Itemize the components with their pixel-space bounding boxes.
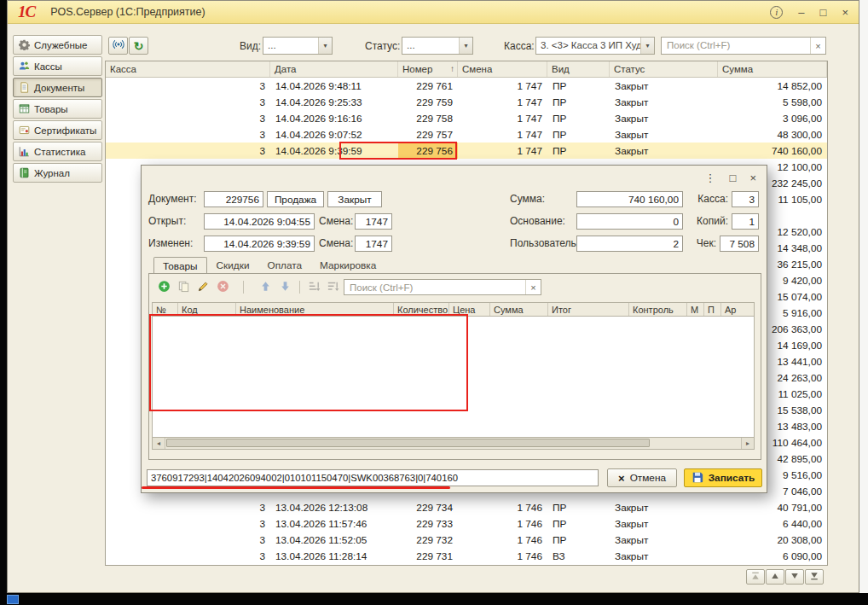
cell-type[interactable]: ВЗ — [547, 548, 610, 564]
operation-type-field[interactable] — [267, 191, 324, 207]
tab-markirovka[interactable]: Маркировка — [311, 257, 385, 274]
chevron-down-icon[interactable]: ▾ — [459, 38, 472, 54]
cell-shift[interactable]: 1 746 — [458, 548, 547, 564]
cell-shift[interactable]: 1 746 — [458, 532, 547, 548]
status-combo[interactable]: ... ▾ — [402, 37, 473, 55]
barcode-input[interactable] — [147, 469, 599, 486]
table-row[interactable]: 313.04.2026 12:13:08229 7341 746ПРЗакрыт… — [106, 499, 827, 515]
minimize-button[interactable]: – — [798, 7, 804, 18]
cell-date[interactable]: 13.04.2026 11:28:14 — [270, 548, 398, 564]
cell-type[interactable]: ПР — [547, 143, 610, 159]
items-column-header[interactable]: Сумма — [490, 303, 548, 316]
cell-type[interactable]: ПР — [547, 126, 610, 143]
sidebar-item-sluzhebnye[interactable]: Служебные — [13, 35, 102, 55]
cell-shift[interactable]: 1 747 — [458, 110, 547, 126]
column-header[interactable]: Номер↑ — [398, 61, 458, 77]
cell-date[interactable]: 14.04.2026 9:07:52 — [270, 126, 398, 143]
clear-search-icon[interactable]: × — [810, 38, 825, 54]
cell-shift[interactable]: 1 746 — [458, 499, 547, 515]
items-column-header[interactable]: М — [687, 303, 704, 316]
cell-shift[interactable]: 1 747 — [458, 94, 547, 110]
sidebar-item-statistika[interactable]: Статистика — [13, 142, 102, 161]
sidebar-item-tovary[interactable]: Товары — [13, 99, 102, 119]
items-horizontal-scrollbar[interactable]: ◂ ▸ — [152, 438, 755, 450]
cell-number[interactable]: 229 734 — [398, 499, 458, 515]
cell-type[interactable]: ПР — [547, 78, 610, 94]
table-row[interactable]: 314.04.2026 9:07:52229 7571 747ПРЗакрыт4… — [106, 126, 827, 143]
user-field[interactable] — [576, 236, 683, 252]
cell-type[interactable]: ПР — [547, 110, 610, 126]
cell-sum[interactable]: 6 440,00 — [718, 515, 827, 532]
cell-kassa[interactable]: 3 — [106, 515, 270, 532]
cell-status[interactable]: Закрыт — [610, 548, 718, 564]
items-column-header[interactable]: Количество — [394, 303, 449, 316]
cell-kassa[interactable]: 3 — [106, 499, 270, 515]
chevron-down-icon[interactable]: ▾ — [318, 38, 332, 54]
cell-sum[interactable]: 40 791,00 — [718, 499, 827, 515]
close-button[interactable]: × — [842, 7, 848, 18]
table-row[interactable]: 314.04.2026 9:16:16229 7581 747ПРЗакрыт3… — [106, 110, 827, 126]
shift1-field[interactable] — [355, 213, 392, 230]
cell-kassa[interactable]: 3 — [106, 143, 270, 159]
cell-kassa[interactable]: 3 — [106, 94, 270, 110]
cell-sum[interactable]: 6 090,00 — [718, 548, 827, 564]
save-button[interactable]: Записать — [684, 468, 762, 487]
cell-sum[interactable]: 5 598,00 — [718, 94, 827, 110]
scrollbar-track[interactable] — [165, 438, 741, 449]
cell-kassa[interactable]: 3 — [106, 110, 270, 126]
copies-field[interactable] — [732, 213, 759, 230]
table-row[interactable]: 313.04.2026 11:28:14229 7311 746ВЗЗакрыт… — [106, 548, 827, 564]
kassa-field[interactable] — [732, 191, 759, 207]
table-row[interactable]: 314.04.2026 9:48:11229 7611 747ПРЗакрыт1… — [106, 78, 827, 94]
tab-skidki[interactable]: Скидки — [208, 257, 258, 274]
cell-kassa[interactable]: 3 — [106, 532, 270, 548]
cell-number[interactable]: 229 733 — [398, 515, 458, 532]
cell-number[interactable]: 229 759 — [398, 94, 458, 110]
column-header[interactable]: Сумма — [718, 61, 827, 77]
items-column-header[interactable]: Код — [178, 303, 236, 316]
go-next-button[interactable] — [785, 569, 804, 585]
maximize-button[interactable]: □ — [820, 7, 827, 18]
cell-shift[interactable]: 1 747 — [458, 143, 547, 159]
changed-datetime-field[interactable] — [204, 236, 315, 252]
scroll-right-icon[interactable]: ▸ — [741, 438, 754, 449]
go-last-button[interactable] — [805, 569, 824, 585]
sidebar-item-zhurnal[interactable]: Журнал — [13, 163, 102, 183]
sidebar-item-kassy[interactable]: Кассы — [13, 56, 102, 76]
cell-date[interactable]: 14.04.2026 9:39:59 — [270, 143, 398, 159]
vid-combo[interactable]: ... ▾ — [263, 37, 333, 55]
sum-field[interactable] — [576, 191, 683, 207]
sidebar-item-dokumenty[interactable]: Документы — [13, 78, 102, 97]
cell-date[interactable]: 14.04.2026 9:25:33 — [270, 94, 398, 110]
column-header[interactable]: Касса — [106, 61, 270, 77]
scroll-left-icon[interactable]: ◂ — [153, 438, 165, 449]
items-column-header[interactable]: П — [704, 303, 721, 316]
delete-row-button[interactable] — [214, 279, 232, 296]
edit-row-button[interactable] — [194, 279, 212, 296]
table-row[interactable]: 313.04.2026 11:52:05229 7321 746ПРЗакрыт… — [106, 532, 827, 548]
cell-date[interactable]: 13.04.2026 12:13:08 — [270, 499, 398, 515]
basis-field[interactable] — [576, 213, 683, 230]
cell-status[interactable]: Закрыт — [610, 110, 718, 126]
cell-type[interactable]: ПР — [547, 515, 610, 532]
kassa-combo[interactable]: 3. <3> Касса 3 ИП Худа ▾ — [535, 37, 655, 55]
more-menu-icon[interactable]: ⋮ — [705, 172, 716, 184]
cell-status[interactable]: Закрыт — [610, 532, 718, 548]
cancel-button[interactable]: × Отмена — [607, 468, 677, 487]
sort-descending-button[interactable] — [324, 279, 342, 296]
info-icon[interactable]: i — [770, 6, 783, 19]
cell-status[interactable]: Закрыт — [610, 126, 718, 143]
dialog-close-button[interactable]: × — [749, 172, 756, 184]
clear-items-search-icon[interactable]: × — [525, 280, 541, 294]
move-down-button[interactable] — [276, 279, 294, 296]
chevron-down-icon[interactable]: ▾ — [640, 38, 654, 54]
cell-status[interactable]: Закрыт — [610, 94, 718, 110]
cell-sum[interactable]: 14 852,00 — [718, 78, 827, 94]
cell-number[interactable]: 229 761 — [398, 78, 458, 94]
cell-sum[interactable]: 48 300,00 — [718, 126, 827, 143]
cell-type[interactable]: ПР — [547, 499, 610, 515]
tab-oplata[interactable]: Оплата — [259, 257, 311, 274]
cell-date[interactable]: 14.04.2026 9:48:11 — [270, 78, 398, 94]
cell-number[interactable]: 229 756 — [398, 143, 458, 159]
cell-date[interactable]: 14.04.2026 9:16:16 — [270, 110, 398, 126]
